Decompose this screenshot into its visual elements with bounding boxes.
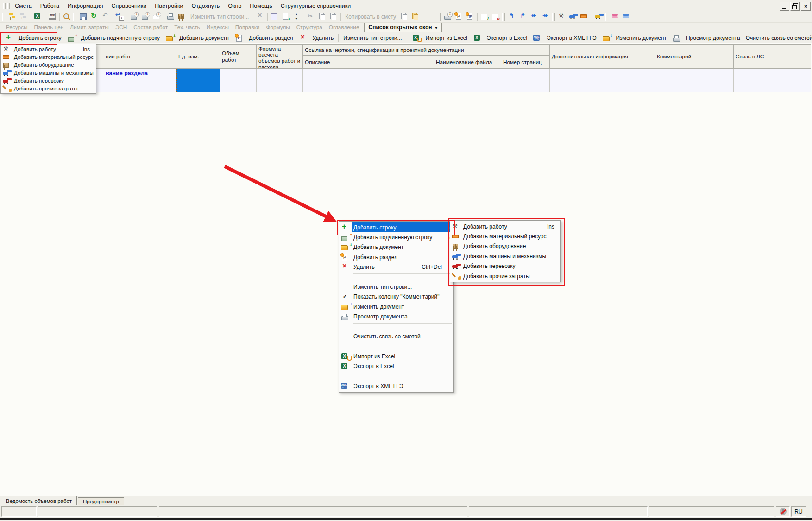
- submenu-item[interactable]: Добавить работу Ins: [450, 222, 560, 231]
- action-button[interactable]: Изменить документ: [599, 33, 669, 43]
- submenu-item[interactable]: Добавить оборудование: [450, 241, 560, 251]
- cutg-icon[interactable]: [307, 13, 316, 21]
- submenu-item[interactable]: Добавить материальный ресурс: [450, 231, 560, 241]
- pastec-icon[interactable]: [411, 13, 420, 21]
- action-button[interactable]: Экспорт в XML ГГЭ: [530, 33, 599, 43]
- context-menu-item[interactable]: [339, 322, 453, 331]
- menubar-item[interactable]: Отдохнуть: [188, 1, 224, 11]
- menubar-item[interactable]: Настройки: [151, 1, 187, 11]
- menubar-item[interactable]: Помощь: [245, 1, 276, 11]
- action-button[interactable]: Очистить связь со сметой: [743, 33, 812, 43]
- bottom-tab[interactable]: Ведомость объемов работ: [1, 496, 77, 506]
- printrefresh-icon[interactable]: [166, 13, 176, 21]
- panel-toggle[interactable]: Поправки: [232, 24, 263, 31]
- menubar-item[interactable]: Смета: [11, 1, 36, 11]
- refresh-icon[interactable]: [90, 13, 99, 21]
- tabled2-icon[interactable]: [491, 13, 500, 21]
- panel-toggle[interactable]: Индексы: [203, 24, 232, 31]
- cell-link-pages[interactable]: [501, 69, 550, 92]
- bricks-icon[interactable]: [580, 13, 589, 21]
- context-menu-item[interactable]: Добавить раздел: [339, 252, 453, 262]
- action-button[interactable]: Удалить: [296, 33, 336, 43]
- menu-item[interactable]: Добавить прочие затраты: [1, 84, 96, 92]
- undobox-icon[interactable]: [115, 13, 125, 21]
- menu-item[interactable]: Добавить материальный ресурс: [1, 53, 96, 61]
- bottom-tab[interactable]: Предпросмотр: [78, 497, 124, 505]
- rowgear2-icon[interactable]: [141, 13, 150, 21]
- crates-icon[interactable]: [177, 13, 187, 21]
- context-menu-item[interactable]: Импорт из Excel: [339, 351, 453, 361]
- ind4-icon[interactable]: [541, 13, 550, 21]
- context-menu-item[interactable]: Экспорт в Excel: [339, 361, 453, 371]
- context-menu-item[interactable]: [339, 371, 453, 381]
- cell-volume[interactable]: [220, 69, 257, 92]
- tabled1-icon[interactable]: [480, 13, 489, 21]
- panel-toggle[interactable]: Оглавление: [326, 24, 363, 31]
- cell-formula[interactable]: [257, 69, 303, 92]
- context-menu-item[interactable]: Показать колонку "Комментарий": [339, 292, 453, 302]
- context-menu-item[interactable]: Изменить документ: [339, 302, 453, 311]
- selected-cell[interactable]: [176, 69, 220, 92]
- context-menu-item[interactable]: [339, 342, 453, 351]
- panel-toggle[interactable]: Ресурсы: [3, 24, 31, 31]
- restore-button[interactable]: [790, 2, 800, 11]
- menu-item[interactable]: Добавить машины и механизмы: [1, 69, 96, 76]
- action-button[interactable]: Добавить раздел: [232, 33, 296, 43]
- action-button[interactable]: Экспорт в Excel: [470, 33, 530, 43]
- menubar-item[interactable]: Справочники: [107, 1, 151, 11]
- panel-toggle[interactable]: Лимит. затраты: [67, 24, 112, 31]
- ind1-icon[interactable]: [508, 13, 517, 21]
- calc-icon[interactable]: [270, 13, 279, 21]
- panel-toggle[interactable]: Тех. часть: [171, 24, 203, 31]
- pdf-icon[interactable]: [48, 13, 57, 21]
- ind2-icon[interactable]: [519, 13, 528, 21]
- action-button[interactable]: Просмотр документа: [669, 33, 743, 43]
- action-button[interactable]: Добавить подчиненную строку: [64, 33, 163, 43]
- submenu-item[interactable]: Добавить машины и механизмы: [450, 251, 560, 261]
- truckload-icon[interactable]: [594, 13, 604, 21]
- docp-icon[interactable]: [454, 13, 464, 21]
- action-button[interactable]: Импорт из Excel: [409, 33, 470, 43]
- tree-icon[interactable]: [8, 13, 17, 21]
- rowgear1-icon[interactable]: [130, 13, 139, 21]
- panel-toggle[interactable]: Формулы: [263, 24, 293, 31]
- docpr-icon[interactable]: [466, 13, 475, 21]
- bookp-icon[interactable]: [611, 13, 620, 21]
- menubar-item[interactable]: Информация: [63, 1, 107, 11]
- context-menu-item[interactable]: Добавить подчиненную строку: [339, 232, 453, 242]
- cell-link-file[interactable]: [434, 69, 501, 92]
- open-windows-button[interactable]: Список открытых окон ▾: [364, 23, 442, 32]
- status-panel-language[interactable]: RU: [791, 506, 806, 517]
- context-menu-item[interactable]: Добавить документ: [339, 242, 453, 252]
- docadd-icon[interactable]: [281, 13, 290, 21]
- search-icon[interactable]: [62, 13, 71, 21]
- ind3-icon[interactable]: [530, 13, 539, 21]
- cell-extra-info[interactable]: [550, 69, 655, 92]
- context-menu-item[interactable]: Очистить связь со сметой: [339, 331, 453, 341]
- context-menu-item[interactable]: Изменить тип строки...: [339, 282, 453, 292]
- context-menu-item[interactable]: Добавить строку: [339, 222, 453, 232]
- copyg-icon[interactable]: [318, 13, 327, 21]
- context-menu-item[interactable]: Удалить Ctrl+Del: [339, 262, 453, 272]
- bubblegear-icon[interactable]: [152, 13, 161, 21]
- close-button[interactable]: ×: [801, 2, 811, 11]
- context-menu-item[interactable]: [339, 272, 453, 282]
- menubar-item[interactable]: Работа: [36, 1, 63, 11]
- cell-comment[interactable]: [655, 69, 734, 92]
- undo-icon[interactable]: [101, 13, 110, 21]
- minimize-button[interactable]: [780, 2, 789, 11]
- panel-toggle[interactable]: Структура: [293, 24, 326, 31]
- printgear-icon[interactable]: [443, 13, 453, 21]
- delgray-icon[interactable]: [256, 13, 265, 21]
- panel-toggle[interactable]: Панель цен: [31, 24, 67, 31]
- excel-icon[interactable]: [33, 13, 43, 21]
- save-icon[interactable]: [79, 13, 88, 21]
- treeadd-icon[interactable]: [19, 13, 28, 21]
- pasteg-icon[interactable]: [329, 13, 338, 21]
- menu-item[interactable]: Добавить перевозку: [1, 76, 96, 84]
- context-menu-item[interactable]: Экспорт в XML ГГЭ: [339, 381, 453, 391]
- action-button[interactable]: Изменить тип строки...: [340, 33, 404, 43]
- submenu-item[interactable]: Добавить перевозку: [450, 261, 560, 271]
- action-button[interactable]: Добавить документ: [163, 33, 232, 43]
- panel-toggle[interactable]: Состав работ: [130, 24, 171, 31]
